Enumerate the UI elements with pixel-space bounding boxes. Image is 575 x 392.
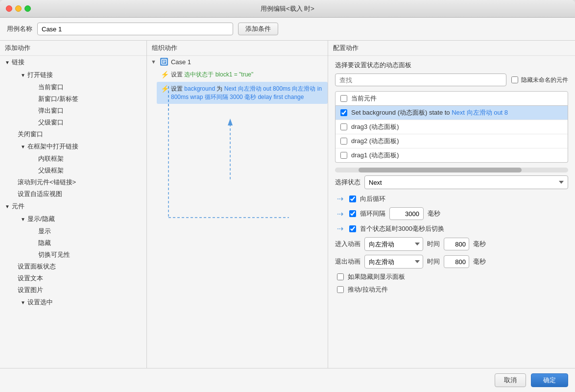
panel-item-1[interactable]: Set background (动态面板) state to Next 向左滑动… [335, 106, 568, 120]
config-scroll[interactable]: 选择要设置状态的动态面板 隐藏未命名的元件 当前元件 [328, 56, 575, 368]
panel-item-3-checkbox[interactable] [340, 138, 347, 145]
search-row: 隐藏未命名的元件 [335, 74, 568, 86]
traffic-lights [6, 5, 31, 12]
arrow-frame-open: ▼ [21, 144, 25, 149]
show-panel-label: 如果隐藏则显示面板 [348, 272, 405, 281]
loop-interval-checkbox[interactable] [349, 210, 356, 217]
action-text-1: 设置 选中状态于 block1 = "true" [171, 71, 253, 79]
item-set-image[interactable]: 设置图片 [8, 284, 146, 296]
loop-back-label: 向后循环 [360, 195, 385, 203]
item-inline-frame[interactable]: 内联框架 [16, 153, 146, 165]
push-drag-checkbox[interactable] [337, 286, 344, 293]
enter-anim-label: 进入动画 [335, 240, 360, 248]
panel-item-2[interactable]: drag3 (动态面板) [335, 120, 568, 134]
search-input[interactable] [335, 74, 506, 86]
ok-button[interactable]: 确定 [531, 373, 568, 387]
close-button[interactable] [6, 5, 12, 12]
window-title: 用例编辑<载入 时> [261, 4, 314, 13]
item-new-window[interactable]: 新窗口/新标签 [16, 93, 146, 105]
action-item-1[interactable]: ⚡ 设置 选中状态于 block1 = "true" [157, 68, 328, 82]
enter-anim-row: 进入动画 向左滑动 向右滑动 向上滑动 向下滑动 淡入淡出 时间 毫秒 [335, 237, 568, 251]
group-show-hide-label: 显示/隐藏 [27, 215, 55, 223]
section-title: 选择要设置状态的动态面板 [335, 61, 568, 70]
element-sub: ▼ 显示/隐藏 显示 隐藏 切换可见性 设置面板状态 设置文本 设置图片 ▼ 设… [0, 213, 146, 309]
first-delay-checkbox[interactable] [349, 225, 356, 232]
organize-scroll[interactable]: ▼ Case 1 [147, 56, 328, 368]
group-link[interactable]: ▼ 链接 [0, 56, 146, 69]
org-root-label: Case 1 [171, 58, 191, 66]
panel-list: Set background (动态面板) state to Next 向左滑动… [335, 106, 568, 163]
exit-time-input[interactable] [444, 255, 469, 268]
item-parent-window[interactable]: 父级窗口 [16, 117, 146, 128]
group-element[interactable]: ▼ 元件 [0, 200, 146, 213]
exit-anim-select[interactable]: 向左滑动 向右滑动 向上滑动 向下滑动 淡入淡出 [364, 255, 423, 269]
item-adaptive-view[interactable]: 设置自适应视图 [8, 188, 146, 200]
loop-interval-input[interactable] [389, 207, 424, 220]
open-link-sub: 当前窗口 新窗口/新标签 弹出窗口 父级窗口 [8, 81, 146, 128]
group-open-link-label: 打开链接 [27, 71, 53, 79]
hide-unnamed-label: 隐藏未命名的元件 [521, 76, 568, 84]
interval-arrow-icon: ⇢ [337, 209, 343, 219]
loop-back-row: ⇢ 向后循环 [335, 194, 568, 203]
exit-time-label: 时间 [427, 257, 440, 266]
panel-item-4[interactable]: drag1 (动态面板) [335, 148, 568, 162]
item-hide[interactable]: 隐藏 [16, 237, 146, 249]
enter-time-input[interactable] [444, 238, 469, 250]
add-condition-button[interactable]: 添加条件 [238, 23, 278, 35]
org-root: ▼ Case 1 [147, 56, 328, 68]
add-action-header: 添加动作 [0, 41, 146, 56]
hide-unnamed-checkbox[interactable] [511, 76, 518, 83]
item-parent-frame[interactable]: 父级框架 [16, 165, 146, 176]
minimize-button[interactable] [15, 5, 22, 12]
group-frame-open[interactable]: ▼ 在框架中打开链接 [8, 140, 146, 153]
item-set-text[interactable]: 设置文本 [8, 272, 146, 284]
config-inner: 选择要设置状态的动态面板 隐藏未命名的元件 当前元件 [328, 56, 575, 303]
enter-anim-select[interactable]: 向左滑动 向右滑动 向上滑动 向下滑动 淡入淡出 [364, 237, 423, 251]
loop-interval-label: 循环间隔 [360, 209, 385, 218]
item-scroll-anchor[interactable]: 滚动到元件<锚链接> [8, 176, 146, 188]
item-set-panel-state[interactable]: 设置面板状态 [8, 261, 146, 272]
loop-interval-unit: 毫秒 [428, 209, 440, 218]
item-popup-window[interactable]: 弹出窗口 [16, 105, 146, 117]
panel-item-4-checkbox[interactable] [340, 152, 347, 159]
group-link-label: 链接 [12, 58, 24, 67]
panel-item-4-text: drag1 (动态面板) [351, 151, 563, 160]
svg-marker-8 [228, 119, 233, 125]
exit-anim-label: 退出动画 [335, 257, 360, 266]
group-open-link[interactable]: ▼ 打开链接 [8, 69, 146, 81]
cancel-button[interactable]: 取消 [495, 373, 526, 387]
scrollbar-thumb[interactable] [359, 168, 522, 172]
frame-open-sub: 内联框架 父级框架 [8, 153, 146, 176]
case-name-input[interactable] [37, 23, 233, 35]
panel-item-1-text: Set background (动态面板) state to Next 向左滑动… [351, 108, 563, 117]
state-select[interactable]: Next Prev State 1 State 2 [364, 175, 568, 189]
horizontal-scrollbar[interactable] [335, 168, 568, 172]
organize-panel: 组织动作 ▼ Case 1 [147, 41, 328, 368]
panel-item-2-checkbox[interactable] [340, 123, 347, 130]
loop-arrow-icon: ⇢ [337, 194, 343, 203]
delay-arrow-icon: ⇢ [337, 224, 343, 233]
group-show-hide[interactable]: ▼ 显示/隐藏 [8, 213, 146, 225]
current-element-row[interactable]: 当前元件 [335, 91, 568, 106]
action-icon-2: ⚡ [161, 85, 169, 93]
loop-back-checkbox[interactable] [349, 196, 356, 202]
push-drag-label: 推动/拉动元件 [348, 285, 388, 294]
add-action-scroll[interactable]: ▼ 链接 ▼ 打开链接 当前窗口 新窗口/新标签 弹出窗口 父级窗口 关闭窗口 [0, 56, 146, 368]
hide-unnamed-row: 隐藏未命名的元件 [511, 76, 568, 84]
panel-item-3[interactable]: drag2 (动态面板) [335, 134, 568, 148]
panel-item-1-checkbox[interactable] [340, 109, 347, 116]
show-panel-checkbox[interactable] [337, 273, 344, 280]
enter-time-label: 时间 [427, 240, 440, 248]
item-toggle-visibility[interactable]: 切换可见性 [16, 249, 146, 261]
group-set-selected[interactable]: ▼ 设置选中 [8, 296, 146, 309]
config-panel: 配置动作 选择要设置状态的动态面板 隐藏未命名的元件 [328, 41, 575, 368]
item-current-window[interactable]: 当前窗口 [16, 81, 146, 93]
first-delay-row: ⇢ 首个状态延时3000毫秒后切换 [335, 224, 568, 233]
show-panel-row: 如果隐藏则显示面板 [335, 272, 568, 281]
item-show[interactable]: 显示 [16, 225, 146, 237]
action-item-2[interactable]: ⚡ 设置 background 为 Next 向左滑动 out 800ms 向左… [157, 82, 328, 104]
current-element-checkbox[interactable] [340, 95, 347, 102]
maximize-button[interactable] [24, 5, 31, 12]
loop-interval-row: ⇢ 循环间隔 毫秒 [335, 207, 568, 220]
item-close-window[interactable]: 关闭窗口 [8, 128, 146, 140]
